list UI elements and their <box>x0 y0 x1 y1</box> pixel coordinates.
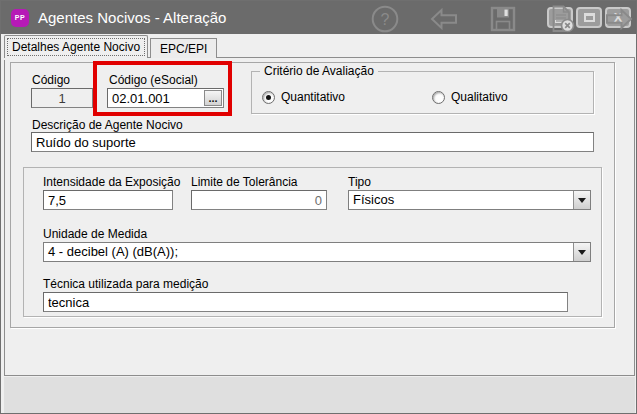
tipo-label: Tipo <box>348 175 371 189</box>
radio-quantitativo[interactable]: Quantitativo <box>262 90 345 104</box>
intensidade-input[interactable] <box>43 190 173 210</box>
limite-input[interactable] <box>191 190 327 210</box>
unidade-select[interactable]: 4 - decibel (A) (dB(A)); <box>43 242 591 262</box>
next-icon[interactable] <box>604 4 634 34</box>
svg-text:?: ? <box>381 11 390 28</box>
maximize-icon <box>584 13 595 22</box>
delete-record-icon[interactable] <box>546 4 576 34</box>
criterio-legend: Critério de Avaliação <box>260 64 378 78</box>
radio-qualitativo[interactable]: Qualitativo <box>432 90 508 104</box>
chevron-down-icon <box>578 198 586 203</box>
tab-label: Detalhes Agente Nocivo <box>12 40 140 54</box>
tipo-dropdown-button[interactable] <box>573 191 590 209</box>
help-icon[interactable]: ? <box>370 4 400 34</box>
window-title: Agentes Nocivos - Alteração <box>38 9 226 26</box>
browse-button[interactable]: ... <box>204 90 222 106</box>
intensidade-label: Intensidade da Exposição <box>43 175 180 189</box>
bottom-toolbar <box>4 377 635 413</box>
previous-icon[interactable] <box>429 4 459 34</box>
radio-label: Qualitativo <box>451 90 508 104</box>
tecnica-input[interactable] <box>43 292 568 312</box>
tab-epc-epi[interactable]: EPC/EPI <box>150 38 217 58</box>
codigo-esocial-label: Código (eSocial) <box>109 73 198 87</box>
chevron-down-icon <box>578 250 586 255</box>
save-icon[interactable] <box>488 4 518 34</box>
tipo-select[interactable]: Físicos <box>348 190 591 210</box>
unidade-label: Unidade de Medida <box>43 227 147 241</box>
unidade-dropdown-button[interactable] <box>573 243 590 261</box>
radio-unselected-icon <box>432 91 445 104</box>
maximize-button[interactable] <box>576 7 602 28</box>
tab-detalhes-agente-nocivo[interactable]: Detalhes Agente Nocivo <box>4 35 148 58</box>
limite-label: Limite de Tolerância <box>191 175 298 189</box>
titlebar[interactable]: PP Agentes Nocivos - Alteração X <box>1 1 636 34</box>
radio-selected-icon <box>262 91 275 104</box>
codigo-input[interactable] <box>31 88 93 108</box>
codigo-label: Código <box>32 73 70 87</box>
tipo-selected-value: Físicos <box>349 191 573 209</box>
tab-label: EPC/EPI <box>160 42 207 56</box>
descricao-label: Descrição de Agente Nocivo <box>32 118 183 132</box>
ellipsis-icon: ... <box>208 92 217 104</box>
dialog-window: PP Agentes Nocivos - Alteração X Detalhe… <box>0 0 637 414</box>
descricao-input[interactable] <box>31 132 594 152</box>
tab-strip: Detalhes Agente Nocivo EPC/EPI <box>4 35 217 58</box>
unidade-selected-value: 4 - decibel (A) (dB(A)); <box>44 243 573 261</box>
tecnica-label: Técnica utilizada para medição <box>43 277 208 291</box>
radio-label: Quantitativo <box>281 90 345 104</box>
app-icon: PP <box>11 9 29 27</box>
